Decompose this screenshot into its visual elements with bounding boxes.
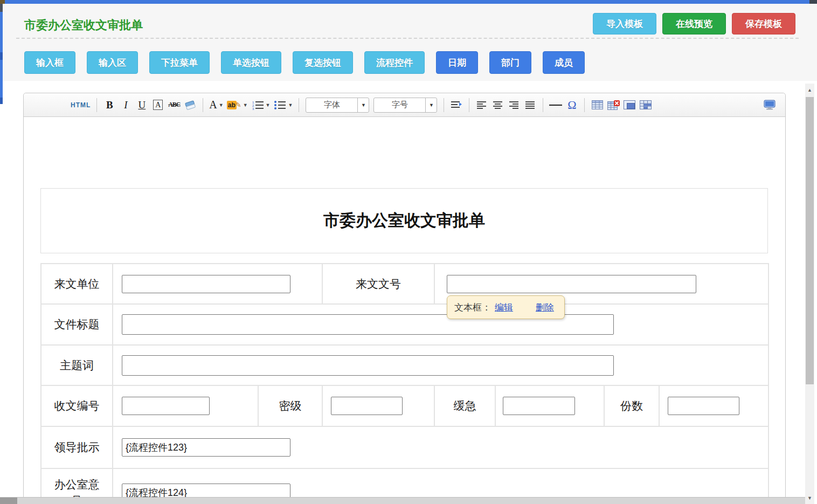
chevron-down-icon: ▼ bbox=[288, 102, 293, 108]
table-row: 文件标题 bbox=[41, 304, 768, 345]
security-level-input[interactable] bbox=[331, 397, 403, 415]
table-row: 来文单位 来文文号 bbox=[41, 264, 768, 304]
top-edge-right-fragment bbox=[809, 0, 817, 4]
toolbar-separator bbox=[299, 98, 299, 112]
insert-table-button[interactable] bbox=[591, 97, 604, 113]
bold-button[interactable]: B bbox=[103, 97, 116, 113]
align-right-icon bbox=[509, 101, 519, 109]
font-size-select[interactable]: 字号 ▼ bbox=[373, 98, 437, 113]
form-title-block: 市委办公室收文审批单 bbox=[40, 188, 768, 253]
justify-icon bbox=[525, 101, 535, 109]
source-unit-cell bbox=[113, 264, 322, 304]
delete-table-icon bbox=[607, 100, 620, 110]
chevron-down-icon: ▼ bbox=[266, 102, 271, 108]
save-template-button[interactable]: 保存模板 bbox=[732, 13, 795, 34]
special-char-button[interactable]: Ω bbox=[565, 97, 578, 113]
editor-document[interactable]: 市委办公室收文审批单 来文单位 来文文号 bbox=[24, 117, 785, 504]
align-right-button[interactable] bbox=[508, 97, 521, 113]
urgency-cell bbox=[495, 385, 604, 426]
receipt-number-label: 收文编号 bbox=[41, 385, 113, 426]
horizontal-rule-icon bbox=[549, 105, 562, 106]
indent-button[interactable] bbox=[450, 97, 463, 113]
control-flow-widget-button[interactable]: 流程控件 bbox=[364, 51, 425, 74]
chevron-down-icon: ▼ bbox=[243, 102, 248, 108]
scroll-down-arrow-icon[interactable]: ▼ bbox=[805, 493, 814, 502]
page-title: 市委办公室收文审批单 bbox=[24, 17, 143, 33]
font-family-value: 字体 bbox=[306, 98, 357, 112]
tooltip-delete-link[interactable]: 删除 bbox=[536, 301, 554, 314]
eraser-icon bbox=[184, 100, 197, 111]
urgency-label: 缓急 bbox=[434, 385, 495, 426]
ordered-list-button[interactable]: 1 2 3 ▼ bbox=[251, 97, 271, 113]
copies-input[interactable] bbox=[668, 397, 739, 415]
rich-text-editor: HTML B I U A ABC bbox=[23, 93, 786, 504]
control-date-button[interactable]: 日期 bbox=[436, 51, 478, 74]
align-center-icon bbox=[493, 101, 503, 109]
toolbar-separator bbox=[469, 98, 469, 112]
svg-text:3: 3 bbox=[252, 107, 254, 111]
control-member-button[interactable]: 成员 bbox=[543, 51, 585, 74]
table-row: 领导批示 bbox=[41, 426, 768, 468]
content-area: HTML B I U A ABC bbox=[0, 81, 817, 504]
align-center-button[interactable] bbox=[491, 97, 504, 113]
italic-button[interactable]: I bbox=[119, 97, 132, 113]
strikethrough-button[interactable]: ABC bbox=[168, 97, 181, 113]
receipt-number-input[interactable] bbox=[122, 397, 210, 415]
bordered-text-button[interactable]: A bbox=[151, 97, 164, 113]
control-input-box-button[interactable]: 输入框 bbox=[24, 51, 75, 74]
subject-words-input[interactable] bbox=[122, 355, 614, 376]
justify-button[interactable] bbox=[524, 97, 537, 113]
editor-toolbar: HTML B I U A ABC bbox=[24, 93, 785, 117]
html-source-button[interactable]: HTML bbox=[71, 97, 91, 113]
field-controls-row: 输入框 输入区 下拉菜单 单选按钮 复选按钮 流程控件 日期 部门 成员 bbox=[24, 51, 585, 74]
leader-comment-control[interactable] bbox=[122, 438, 290, 457]
unordered-list-button[interactable]: ▼ bbox=[273, 97, 293, 113]
control-textarea-button[interactable]: 输入区 bbox=[87, 51, 138, 74]
doc-number-input[interactable] bbox=[447, 275, 696, 293]
chevron-down-icon: ▼ bbox=[357, 98, 369, 112]
tooltip-edit-link[interactable]: 编辑 bbox=[495, 301, 513, 314]
security-level-cell bbox=[322, 385, 434, 426]
import-template-button[interactable]: 导入模板 bbox=[593, 13, 656, 34]
online-preview-button[interactable]: 在线预览 bbox=[662, 13, 726, 34]
copies-label: 份数 bbox=[604, 385, 659, 426]
control-dropdown-button[interactable]: 下拉菜单 bbox=[149, 51, 210, 74]
font-color-button[interactable]: A ▼ bbox=[209, 97, 223, 113]
header-panel: 市委办公室收文审批单 导入模板 在线预览 保存模板 输入框 输入区 下拉菜单 单… bbox=[0, 4, 817, 81]
urgency-input[interactable] bbox=[503, 397, 575, 415]
underline-button[interactable]: U bbox=[135, 97, 148, 113]
subject-words-cell bbox=[113, 345, 768, 385]
cell-properties-icon bbox=[640, 100, 652, 109]
control-checkbox-button[interactable]: 复选按钮 bbox=[293, 51, 353, 74]
table-properties-button[interactable] bbox=[623, 97, 636, 113]
delete-table-button[interactable] bbox=[607, 97, 620, 113]
highlight-button[interactable]: ab ✎ ▼ bbox=[227, 97, 248, 113]
control-radio-button[interactable]: 单选按钮 bbox=[221, 51, 281, 74]
align-left-icon bbox=[477, 101, 487, 109]
textbox-tooltip: 文本框： 编辑 删除 bbox=[447, 295, 565, 319]
leader-comment-cell bbox=[113, 426, 768, 468]
control-department-button[interactable]: 部门 bbox=[489, 51, 531, 74]
table-row: 主题词 bbox=[41, 345, 768, 385]
subject-words-label: 主题词 bbox=[41, 345, 113, 385]
vertical-scrollbar[interactable]: ▲ ▼ bbox=[805, 84, 814, 504]
fullscreen-button[interactable] bbox=[763, 97, 776, 113]
copies-cell bbox=[659, 385, 768, 426]
source-unit-label: 来文单位 bbox=[41, 264, 113, 304]
toolbar-separator bbox=[96, 98, 97, 112]
left-edge-tick bbox=[0, 52, 3, 60]
horizontal-rule-button[interactable] bbox=[549, 97, 562, 113]
doc-title-label: 文件标题 bbox=[41, 304, 113, 345]
source-unit-input[interactable] bbox=[122, 275, 290, 293]
tooltip-label: 文本框： bbox=[454, 301, 491, 314]
align-left-button[interactable] bbox=[475, 97, 488, 113]
horizontal-scrollbar-thumb[interactable] bbox=[0, 498, 17, 504]
vertical-scrollbar-thumb[interactable] bbox=[806, 97, 814, 384]
browser-top-edge bbox=[0, 0, 817, 4]
chevron-down-icon: ▼ bbox=[219, 102, 224, 108]
remove-format-button[interactable] bbox=[184, 97, 197, 113]
font-family-select[interactable]: 字体 ▼ bbox=[306, 98, 369, 113]
horizontal-scrollbar[interactable] bbox=[0, 497, 805, 504]
cell-properties-button[interactable] bbox=[639, 97, 652, 113]
scroll-up-arrow-icon[interactable]: ▲ bbox=[805, 85, 814, 94]
